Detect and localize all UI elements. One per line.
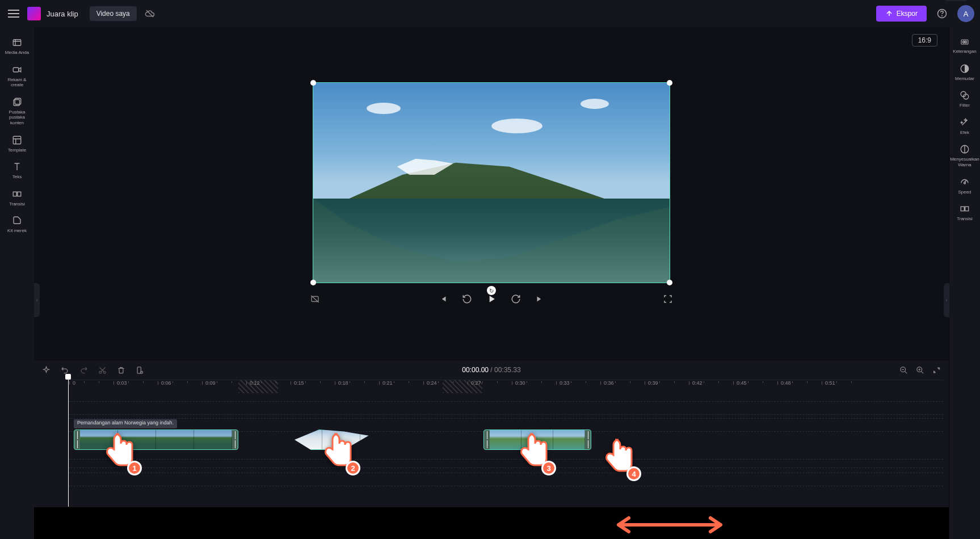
- safe-zone-icon[interactable]: [310, 294, 320, 304]
- clip-label: Pemandangan alam Norwegia yang indah.: [74, 419, 177, 428]
- current-time: 00:00.00: [462, 366, 489, 374]
- sidebar-item-filter[interactable]: Filter: [949, 86, 980, 113]
- cut-icon[interactable]: [98, 366, 107, 374]
- redo-icon[interactable]: [79, 366, 88, 374]
- fit-icon[interactable]: [932, 366, 941, 374]
- playback-controls: [310, 293, 673, 305]
- sidebar-item-label: Kit merek: [7, 228, 27, 234]
- ruler-tick: 0:24: [427, 380, 437, 386]
- next-button[interactable]: [535, 294, 545, 304]
- svg-rect-7: [13, 136, 21, 144]
- timeline-toolbar: 00:00.00 / 00:35.33: [34, 360, 949, 380]
- sidebar-item-speed[interactable]: Speed: [949, 172, 980, 200]
- ruler-tick: 0: [73, 380, 75, 386]
- right-sidebar: CC Keterangan Memudar Filter Efek Menyes…: [949, 27, 980, 539]
- help-icon[interactable]: [937, 9, 947, 19]
- sidebar-item-label: Teks: [12, 174, 22, 180]
- ruler-tick: 0:33: [560, 380, 570, 386]
- export-button[interactable]: Ekspor: [876, 6, 927, 22]
- delete-icon[interactable]: [117, 366, 125, 374]
- zoom-out-icon[interactable]: [899, 366, 908, 374]
- clip-trim-handle[interactable]: [232, 430, 238, 449]
- sidebar-item-template[interactable]: Template: [1, 130, 33, 158]
- duration-time: 00:35.33: [494, 366, 521, 374]
- timeline-time: 00:00.00 / 00:35.33: [462, 366, 520, 374]
- split-icon[interactable]: [136, 366, 144, 374]
- ruler-tick: 0:18: [338, 380, 348, 386]
- timeline-tracks[interactable]: Pemandangan alam Norwegia yang indah.: [68, 393, 943, 507]
- tab-my-video[interactable]: Video saya: [90, 6, 137, 21]
- ruler-tick: 0:12: [250, 380, 260, 386]
- ruler-tick: 0:06: [161, 380, 171, 386]
- undo-icon[interactable]: [61, 366, 69, 374]
- avatar[interactable]: A: [957, 5, 974, 22]
- prev-button[interactable]: [438, 294, 448, 304]
- collapse-timeline-icon[interactable]: ⌄: [946, 0, 966, 1]
- sidebar-item-transition-r[interactable]: Transisi: [949, 199, 980, 226]
- aspect-ratio-button[interactable]: 16:9: [912, 34, 937, 47]
- svg-point-15: [141, 371, 143, 373]
- ruler-tick: 0:51: [825, 380, 835, 386]
- clip-trim-handle[interactable]: [585, 430, 591, 449]
- sidebar-item-effects[interactable]: Efek: [949, 113, 980, 140]
- ruler-tick: 0:48: [781, 380, 791, 386]
- svg-rect-3: [13, 40, 21, 46]
- main-area: 16:9 ↻: [34, 27, 949, 539]
- sidebar-item-fade[interactable]: Memudar: [949, 59, 980, 86]
- timeline-clip[interactable]: [278, 429, 443, 450]
- sidebar-item-library[interactable]: Pustaka pustaka konten: [1, 92, 33, 130]
- sidebar-item-label: Transisi: [957, 216, 973, 222]
- play-button[interactable]: [486, 293, 497, 305]
- ruler-tick: 0:09: [205, 380, 216, 386]
- resize-handle[interactable]: [667, 80, 672, 86]
- resize-handle[interactable]: [310, 280, 316, 285]
- ruler-tick: 0:42: [692, 380, 703, 386]
- sidebar-item-label: Memudar: [955, 76, 974, 82]
- sidebar-item-label: Transisi: [9, 201, 25, 207]
- preview-canvas[interactable]: ↻: [313, 82, 670, 283]
- app-title: Juara klip: [47, 10, 78, 18]
- sidebar-item-label: Pustaka pustaka konten: [1, 110, 33, 126]
- expand-right-icon[interactable]: ‹: [944, 283, 949, 317]
- sync-icon[interactable]: [145, 9, 155, 19]
- clip-trim-handle[interactable]: [74, 430, 80, 449]
- menu-icon[interactable]: [6, 6, 22, 22]
- resize-handle[interactable]: [667, 280, 672, 285]
- sidebar-item-text[interactable]: Teks: [1, 157, 33, 184]
- ruler-tick: 0:15: [294, 380, 304, 386]
- sidebar-item-brand[interactable]: Kit merek: [1, 211, 33, 238]
- sidebar-item-label: Template: [8, 148, 26, 153]
- fullscreen-button[interactable]: [663, 294, 673, 304]
- sidebar-item-record[interactable]: Rekam & create: [1, 60, 33, 92]
- timeline-panel: ⌄ 00:00.00 / 00:35.33: [34, 360, 949, 507]
- sidebar-item-label: Efek: [960, 130, 969, 136]
- playhead[interactable]: [68, 374, 69, 507]
- sidebar-item-label: Media Anda: [5, 50, 29, 56]
- app-header: Juara klip Video saya Ekspor A: [0, 0, 980, 27]
- resize-handle[interactable]: [310, 80, 316, 86]
- timeline-clip[interactable]: [74, 429, 238, 450]
- timeline-ruler[interactable]: 00:030:060:090:120:150:180:210:240:270:3…: [68, 380, 943, 393]
- sidebar-item-captions[interactable]: CC Keterangan: [949, 33, 980, 59]
- sidebar-item-label: Menyesuaikan Warna: [950, 157, 979, 167]
- bottom-bar: [34, 507, 949, 539]
- zoom-in-icon[interactable]: [916, 366, 924, 374]
- clip-trim-handle[interactable]: [436, 430, 442, 449]
- sidebar-item-label: Filter: [960, 103, 970, 108]
- sidebar-item-label: Keterangan: [953, 49, 976, 54]
- sidebar-item-label: Rekam & create: [8, 77, 27, 88]
- sidebar-item-transition[interactable]: Transisi: [1, 184, 33, 212]
- sidebar-item-adjust[interactable]: Menyesuaikan Warna: [949, 140, 980, 172]
- ruler-tick: 0:36: [604, 380, 614, 386]
- forward-button[interactable]: [511, 294, 521, 304]
- sidebar-item-media[interactable]: Media Anda: [1, 33, 33, 60]
- svg-rect-4: [13, 68, 19, 72]
- ruler-tick: 0:30: [515, 380, 525, 386]
- export-label: Ekspor: [897, 10, 918, 18]
- clip-trim-handle[interactable]: [279, 430, 284, 449]
- timeline-clip[interactable]: [483, 429, 591, 450]
- magic-icon[interactable]: [42, 366, 51, 374]
- rewind-button[interactable]: [462, 294, 472, 304]
- clip-trim-handle[interactable]: [484, 430, 490, 449]
- ruler-tick: 0:27: [471, 380, 481, 386]
